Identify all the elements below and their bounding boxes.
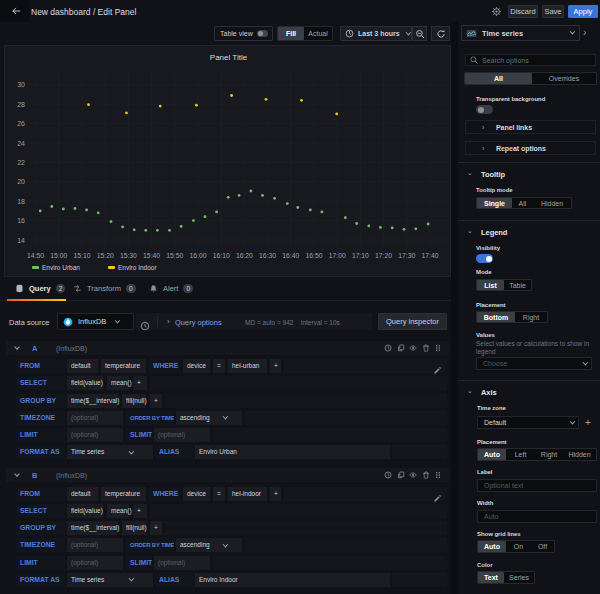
- svg-text:26: 26: [17, 120, 25, 127]
- svg-text:15:00: 15:00: [50, 252, 67, 259]
- svg-text:14: 14: [17, 237, 25, 244]
- svg-text:16:20: 16:20: [236, 252, 253, 259]
- svg-text:17:10: 17:10: [352, 252, 369, 259]
- svg-text:18: 18: [17, 198, 25, 205]
- svg-text:22: 22: [17, 159, 25, 166]
- svg-text:24: 24: [17, 140, 25, 147]
- svg-text:16:30: 16:30: [259, 252, 276, 259]
- svg-text:15:50: 15:50: [166, 252, 183, 259]
- svg-text:16:10: 16:10: [213, 252, 230, 259]
- svg-text:17:20: 17:20: [375, 252, 392, 259]
- svg-text:30: 30: [17, 81, 25, 88]
- svg-text:14:50: 14:50: [27, 252, 44, 259]
- svg-text:15:20: 15:20: [97, 252, 114, 259]
- svg-text:17:30: 17:30: [398, 252, 415, 259]
- svg-text:16: 16: [17, 217, 25, 224]
- svg-text:17:00: 17:00: [329, 252, 346, 259]
- svg-text:16:00: 16:00: [189, 252, 206, 259]
- svg-text:15:40: 15:40: [143, 252, 160, 259]
- svg-text:15:30: 15:30: [120, 252, 137, 259]
- svg-text:16:50: 16:50: [305, 252, 322, 259]
- svg-text:20: 20: [17, 178, 25, 185]
- svg-text:16:40: 16:40: [282, 252, 299, 259]
- svg-text:17:40: 17:40: [421, 252, 438, 259]
- svg-text:15:10: 15:10: [73, 252, 90, 259]
- svg-text:28: 28: [17, 101, 25, 108]
